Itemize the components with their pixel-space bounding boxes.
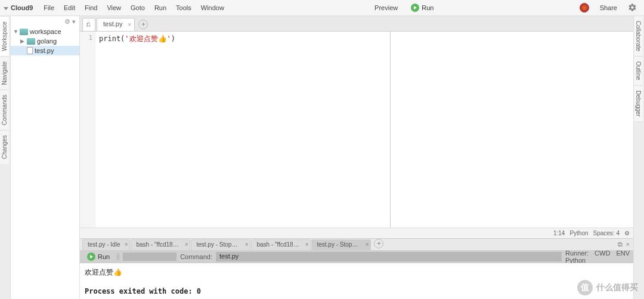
close-icon[interactable]: × xyxy=(185,241,188,248)
editor-statusbar: 1:14 Python Spaces: 4 ⚙ xyxy=(80,228,633,238)
cwd-button[interactable]: CWD xyxy=(595,250,610,264)
share-button[interactable]: Share xyxy=(595,1,622,14)
stop-icon[interactable] xyxy=(117,253,119,260)
run-button[interactable]: Run xyxy=(406,2,438,14)
menubar-center: Preview Run xyxy=(370,1,438,14)
close-icon[interactable]: × xyxy=(366,241,369,248)
main-area: ⎌ test.py × + 1 print('欢迎点赞👍') 1:14 Pyth… xyxy=(80,16,633,238)
close-icon[interactable]: × xyxy=(305,241,309,248)
emoji-icon: 👍 xyxy=(158,35,167,43)
folder-icon xyxy=(20,29,28,35)
menu-file[interactable]: File xyxy=(39,1,59,14)
sidebar-gear-icon[interactable]: ⚙ ▾ xyxy=(64,18,76,26)
editor-tab[interactable]: test.py × xyxy=(97,18,135,31)
console-tab[interactable]: bash - "ffcd1803f× xyxy=(131,239,190,250)
sidebar: ⚙ ▾ ▼ workspace ▶ golang test.py xyxy=(11,16,80,299)
code-token: 欢迎点赞 xyxy=(129,35,158,43)
tree-label: test.py xyxy=(35,47,54,54)
play-icon xyxy=(411,4,419,12)
file-icon xyxy=(27,47,33,54)
preview-button[interactable]: Preview xyxy=(370,1,402,14)
close-icon[interactable]: × xyxy=(128,21,131,28)
indent-mode[interactable]: Spaces: 4 xyxy=(593,230,620,236)
close-icon[interactable]: × xyxy=(125,241,128,248)
menu-edit[interactable]: Edit xyxy=(59,1,80,14)
menu-goto[interactable]: Goto xyxy=(126,1,150,14)
run-label: Run xyxy=(422,4,434,11)
console-line: Process exited with code: 0 xyxy=(85,286,628,297)
console-tab[interactable]: test.py - Stopped× xyxy=(311,239,371,250)
run-label: Run xyxy=(98,253,110,260)
menu-run[interactable]: Run xyxy=(150,1,171,14)
command-input[interactable]: test.py xyxy=(216,252,562,261)
tab-label: test.py - Idle xyxy=(88,241,120,248)
menu-find[interactable]: Find xyxy=(80,1,102,14)
avatar[interactable] xyxy=(580,3,589,13)
command-label: Command: xyxy=(180,253,212,260)
new-tab-button[interactable]: + xyxy=(138,20,148,29)
watermark-text: 什么值得买 xyxy=(596,282,638,293)
tab-label: bash - "ffcd1803f xyxy=(256,241,301,248)
new-console-tab-button[interactable]: + xyxy=(374,239,383,248)
app-logo[interactable]: Cloud9 xyxy=(2,1,39,14)
tab-label: test.py xyxy=(103,20,122,27)
env-button[interactable]: ENV xyxy=(616,250,630,264)
tree-label: workspace xyxy=(30,28,61,35)
play-icon xyxy=(87,253,95,261)
close-panel-icon[interactable]: × xyxy=(626,241,630,248)
runner-selector[interactable]: Runner: Python xyxy=(565,250,589,264)
console-line: 欢迎点赞👍 xyxy=(85,267,628,278)
tab-history-icon[interactable]: ⎌ xyxy=(82,18,95,31)
tree-label: golang xyxy=(37,38,57,45)
console-tab[interactable]: bash - "ffcd1803f× xyxy=(251,239,311,250)
sidebar-header: ⚙ ▾ xyxy=(11,16,79,27)
rail-collaborate[interactable]: Collaborate xyxy=(634,16,643,57)
bottom-panel: test.py - Idle× bash - "ffcd1803f× test.… xyxy=(80,238,633,299)
watermark: 值 什么值得买 xyxy=(577,280,638,295)
close-icon[interactable]: × xyxy=(245,241,249,248)
runner-bar-right: Runner: Python CWD ENV xyxy=(565,250,630,264)
vertical-split-handle[interactable] xyxy=(390,32,391,238)
menubar: Cloud9 File Edit Find View Goto Run Tool… xyxy=(0,0,644,16)
language-mode[interactable]: Python xyxy=(569,230,588,236)
console-tab[interactable]: test.py - Idle× xyxy=(82,239,130,250)
gear-icon[interactable] xyxy=(628,3,637,13)
code-area[interactable]: print('欢迎点赞👍') xyxy=(95,32,633,238)
tab-label: test.py - Stopped xyxy=(317,241,362,248)
tree-file-testpy[interactable]: test.py xyxy=(11,46,79,55)
rail-outline[interactable]: Outline xyxy=(634,57,643,86)
folder-icon xyxy=(27,38,35,45)
left-rail: Workspace Navigate Commands Changes xyxy=(0,16,11,299)
line-number: 1 xyxy=(80,34,92,42)
menu-window[interactable]: Window xyxy=(196,1,229,14)
tree-root[interactable]: ▼ workspace xyxy=(11,27,79,36)
runner-name-field[interactable] xyxy=(123,253,177,261)
tab-label: bash - "ffcd1803f xyxy=(136,241,181,248)
rail-changes[interactable]: Changes xyxy=(0,130,9,164)
line-gutter: 1 xyxy=(80,32,95,238)
bottom-tabs-actions: ⧉ × xyxy=(618,241,630,248)
console-tab[interactable]: test.py - Stopped× xyxy=(191,239,250,250)
menu-view[interactable]: View xyxy=(102,1,126,14)
tree-folder-golang[interactable]: ▶ golang xyxy=(11,36,79,46)
popout-icon[interactable]: ⧉ xyxy=(618,241,623,248)
editor-tabbar: ⎌ test.py × + xyxy=(80,16,633,32)
code-editor[interactable]: 1 print('欢迎点赞👍') 1:14 Python Spaces: 4 ⚙ xyxy=(80,32,633,238)
bottom-tabbar: test.py - Idle× bash - "ffcd1803f× test.… xyxy=(80,239,633,250)
right-rail: Collaborate Outline Debugger xyxy=(633,16,644,299)
code-token: ' xyxy=(167,35,171,43)
menu-tools[interactable]: Tools xyxy=(171,1,196,14)
status-gear-icon[interactable]: ⚙ xyxy=(624,230,630,236)
tab-label: test.py - Stopped xyxy=(196,241,242,248)
runner-run-button[interactable]: Run xyxy=(83,251,113,262)
console-output[interactable]: 欢迎点赞👍 Process exited with code: 0 xyxy=(80,263,633,299)
rail-navigate[interactable]: Navigate xyxy=(0,56,9,89)
code-token: ' xyxy=(125,35,129,43)
caret-right-icon: ▶ xyxy=(20,38,25,44)
code-token: ) xyxy=(171,35,175,43)
file-tree: ▼ workspace ▶ golang test.py xyxy=(11,27,79,55)
rail-debugger[interactable]: Debugger xyxy=(634,86,643,122)
menubar-left: Cloud9 File Edit Find View Goto Run Tool… xyxy=(2,1,229,14)
rail-workspace[interactable]: Workspace xyxy=(0,16,9,56)
rail-commands[interactable]: Commands xyxy=(0,89,9,130)
